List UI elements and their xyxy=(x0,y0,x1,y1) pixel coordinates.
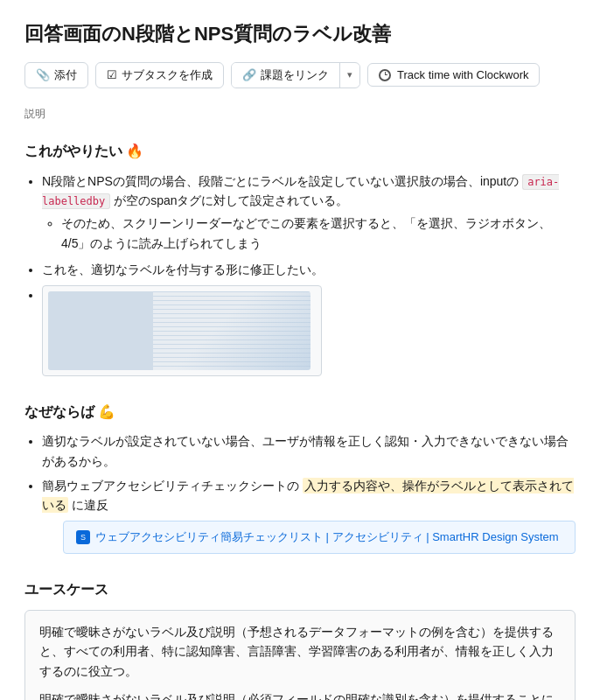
list-item-screenshot xyxy=(42,285,576,376)
page-title: 回答画面のN段階とNPS質問のラベル改善 xyxy=(24,21,576,48)
smarthr-link-icon: S xyxy=(76,530,90,544)
screenshot-box xyxy=(42,285,322,376)
bullet1-after: が空のspanタグに対して設定されている。 xyxy=(110,193,348,207)
link-dropdown-arrow-button[interactable]: ▾ xyxy=(340,65,359,85)
usecase1-text: 明確で曖昧さがないラベル及び説明（予想されるデータフォーマットの例を含む）を提供… xyxy=(39,623,561,682)
list-item-highlight: 簡易ウェブアクセシビリティチェックシートの 入力する内容や、操作がラベルとして表… xyxy=(42,476,576,555)
bullet4-before: 簡易ウェブアクセシビリティチェックシートの xyxy=(42,479,303,493)
usecase2-text: 明確で曖昧さがないラベル及び説明（必須フィールドの明確な識別を含む）を提供するこ… xyxy=(39,690,561,700)
subtask-label: サブタスクを作成 xyxy=(122,67,213,83)
attach-button[interactable]: 📎 添付 xyxy=(24,62,88,88)
section3-title: ユースケース xyxy=(24,578,576,601)
section2-title: なぜならば 💪 xyxy=(24,401,576,424)
list-item: 適切なラベルが設定されていない場合、ユーザが情報を正しく認知・入力できないできな… xyxy=(42,431,576,471)
section3: ユースケース 明確で曖昧さがないラベル及び説明（予想されるデータフォーマットの例… xyxy=(24,578,576,700)
clock-icon xyxy=(379,69,391,81)
sub-list-item: そのため、スクリーンリーダーなどでこの要素を選択すると、「を選択、ラジオボタン、… xyxy=(61,214,576,253)
use-case-box: 明確で曖昧さがないラベル及び説明（予想されるデータフォーマットの例を含む）を提供… xyxy=(24,610,576,700)
description-section: 説明 これがやりたい 🔥 N段階とNPSの質問の場合、段階ごとにラベルを設定して… xyxy=(24,106,576,700)
smarthr-link-box: S ウェブアクセシビリティ簡易チェックリスト | アクセシビリティ | Smar… xyxy=(63,521,576,555)
toolbar: 📎 添付 ☑ サブタスクを作成 🔗 課題をリンク ▾ Track time wi… xyxy=(24,62,576,88)
section1-list: N段階とNPSの質問の場合、段階ごとにラベルを設定していない選択肢の場合、inp… xyxy=(24,172,576,376)
section2: なぜならば 💪 適切なラベルが設定されていない場合、ユーザが情報を正しく認知・入… xyxy=(24,401,576,555)
clockwork-button[interactable]: Track time with Clockwork xyxy=(367,63,540,87)
link-label: 課題をリンク xyxy=(261,67,329,83)
screenshot-image xyxy=(48,291,310,370)
list-item: N段階とNPSの質問の場合、段階ごとにラベルを設定していない選択肢の場合、inp… xyxy=(42,172,576,254)
link-icon: 🔗 xyxy=(242,68,256,81)
section-label: 説明 xyxy=(24,106,576,122)
sub-list: そのため、スクリーンリーダーなどでこの要素を選択すると、「を選択、ラジオボタン、… xyxy=(42,214,576,253)
smarthr-link-text: ウェブアクセシビリティ簡易チェックリスト | アクセシビリティ | SmartH… xyxy=(95,528,559,547)
subtask-button[interactable]: ☑ サブタスクを作成 xyxy=(95,62,224,88)
link-main-button[interactable]: 🔗 課題をリンク xyxy=(232,63,340,88)
smarthr-link[interactable]: S ウェブアクセシビリティ簡易チェックリスト | アクセシビリティ | Smar… xyxy=(76,528,562,547)
subtask-icon: ☑ xyxy=(107,68,117,81)
section1-title: これがやりたい 🔥 xyxy=(24,140,576,163)
link-dropdown: 🔗 課題をリンク ▾ xyxy=(231,62,360,88)
section2-list: 適切なラベルが設定されていない場合、ユーザが情報を正しく認知・入力できないできな… xyxy=(24,431,576,554)
bullet4-after: に違反 xyxy=(68,498,108,512)
list-item: これを、適切なラベルを付与する形に修正したい。 xyxy=(42,260,576,279)
attach-icon: 📎 xyxy=(36,68,50,81)
section1: これがやりたい 🔥 N段階とNPSの質問の場合、段階ごとにラベルを設定していない… xyxy=(24,140,576,376)
bullet1-text: N段階とNPSの質問の場合、段階ごとにラベルを設定していない選択肢の場合、inp… xyxy=(42,174,522,188)
attach-label: 添付 xyxy=(54,67,77,83)
clockwork-label: Track time with Clockwork xyxy=(397,68,528,81)
